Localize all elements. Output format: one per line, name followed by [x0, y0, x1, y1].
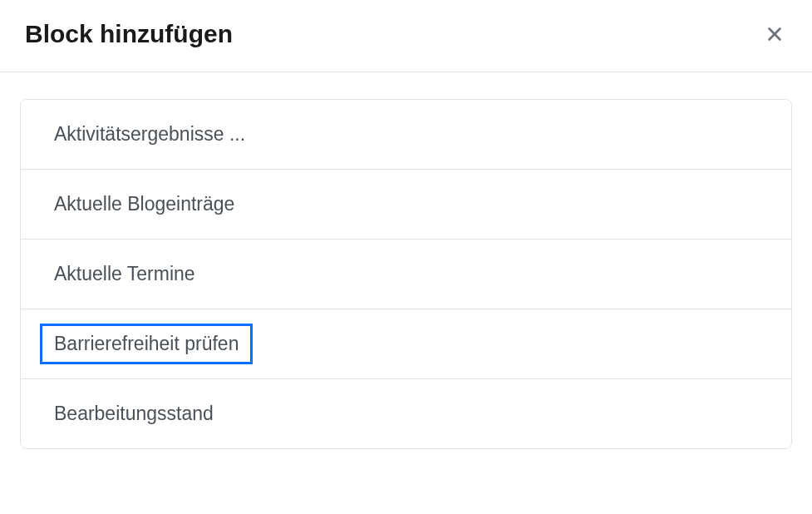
modal-title: Block hinzufügen — [25, 20, 233, 48]
block-item-label: Aktuelle Termine — [54, 263, 195, 284]
close-button[interactable] — [762, 22, 787, 47]
close-icon — [765, 25, 784, 43]
block-item-label-wrapper: Aktivitätsergebnisse ... — [54, 123, 245, 146]
block-item-label: Aktivitätsergebnisse ... — [54, 123, 245, 145]
block-item-label-wrapper: Barrierefreiheit prüfen — [40, 324, 253, 364]
add-block-modal: Block hinzufügen Aktivitätsergebnisse ..… — [0, 0, 812, 514]
block-item-label-wrapper: Aktuelle Termine — [54, 263, 195, 285]
block-item-label-wrapper: Bearbeitungsstand — [54, 403, 214, 425]
block-item-editing-status[interactable]: Bearbeitungsstand — [21, 379, 791, 448]
block-item-upcoming-events[interactable]: Aktuelle Termine — [21, 240, 791, 309]
block-item-recent-blog-entries[interactable]: Aktuelle Blogeinträge — [21, 170, 791, 240]
modal-body: Aktivitätsergebnisse ... Aktuelle Blogei… — [0, 72, 812, 514]
block-item-activity-results[interactable]: Aktivitätsergebnisse ... — [21, 100, 791, 170]
block-item-accessibility-check[interactable]: Barrierefreiheit prüfen — [21, 309, 791, 379]
block-item-label: Bearbeitungsstand — [54, 403, 214, 424]
block-item-label-wrapper: Aktuelle Blogeinträge — [54, 193, 234, 215]
modal-header: Block hinzufügen — [0, 0, 812, 72]
block-item-label: Aktuelle Blogeinträge — [54, 193, 234, 215]
block-list: Aktivitätsergebnisse ... Aktuelle Blogei… — [20, 99, 792, 449]
block-item-label: Barrierefreiheit prüfen — [54, 333, 239, 354]
